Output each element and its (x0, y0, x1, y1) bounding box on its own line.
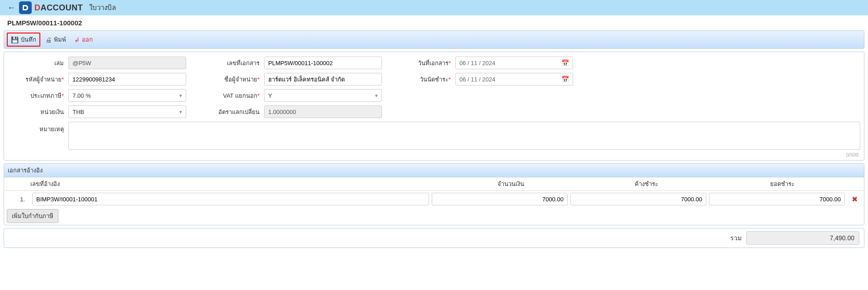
form-panel: เล่ม เลขที่เอกสาร วันที่เอกสาร* 06 / 11 … (4, 52, 864, 161)
total-value: 7,490.00 (746, 231, 859, 245)
reference-row: 1. ✖ (4, 191, 864, 207)
back-arrow[interactable]: ← (4, 3, 19, 13)
vat-sep-select[interactable]: Y (264, 89, 382, 102)
docdate-field[interactable]: 06 / 11 / 2024 📅 (455, 57, 573, 69)
due-field[interactable]: 06 / 11 / 2024 📅 (455, 73, 573, 86)
document-number: PLMP5W/00011-100002 (0, 15, 868, 30)
total-bar: รวม 7,490.00 (4, 228, 864, 248)
save-icon: 💾 (11, 36, 19, 43)
vat-sep-label: VAT แยกนอก* (208, 91, 262, 100)
reference-table-head: เลขที่อ้างอิง จำนวนเงิน ค้างชำระ ยอดชำระ (4, 177, 864, 191)
amount-field[interactable] (432, 193, 568, 205)
print-label: พิมพ์ (54, 35, 66, 44)
due-label: วันนัดชำระ* (404, 75, 453, 84)
calendar-icon[interactable]: 📅 (561, 76, 569, 83)
page-title: ใบวางบิล (89, 2, 116, 13)
exit-label: ออก (82, 35, 93, 44)
logo (19, 1, 32, 14)
save-button[interactable]: 💾 บันทึก (7, 33, 40, 47)
row-index: 1. (7, 196, 29, 203)
col-amount: จำนวนเงิน (443, 179, 579, 189)
total-label: รวม (730, 233, 742, 243)
vendor-code-label: รหัสผู้จำหน่าย* (8, 75, 67, 84)
docdate-value: 06 / 11 / 2024 (459, 60, 496, 67)
refno-field[interactable] (32, 193, 429, 205)
remark-label: หมายเหตุ (8, 122, 67, 158)
delete-row-button[interactable]: ✖ (848, 195, 861, 204)
tax-type-label: ประเภทภาษี* (8, 91, 67, 100)
vendor-code-field[interactable] (68, 73, 186, 86)
exrate-label: อัตราแลกเปลี่ยน (208, 107, 262, 117)
print-button[interactable]: 🖨 พิมพ์ (42, 33, 69, 46)
exrate-field (264, 105, 382, 118)
remark-field[interactable] (68, 122, 860, 150)
outstanding-field[interactable] (570, 193, 706, 205)
print-icon: 🖨 (45, 36, 52, 43)
docno-label: เลขที่เอกสาร (208, 58, 262, 68)
char-count: 0/500 (68, 151, 860, 158)
docdate-label: วันที่เอกสาร* (404, 58, 453, 68)
vendor-name-label: ชื่อผู้จำหน่าย* (208, 75, 262, 84)
col-outstanding: ค้างชำระ (579, 179, 714, 189)
reference-header: เอกสารอ้างอิง (4, 164, 864, 177)
save-label: บันทึก (21, 35, 36, 44)
col-refno: เลขที่อ้างอิง (27, 179, 443, 189)
reference-section: เอกสารอ้างอิง เลขที่อ้างอิง จำนวนเงิน ค้… (4, 163, 864, 225)
docno-field[interactable] (264, 57, 382, 69)
due-value: 06 / 11 / 2024 (459, 76, 496, 83)
tax-type-select[interactable]: 7.00 % (68, 89, 186, 102)
exit-button[interactable]: ↲ ออก (71, 33, 96, 46)
col-pay: ยอดชำระ (714, 179, 850, 189)
toolbar: 💾 บันทึก 🖨 พิมพ์ ↲ ออก (4, 30, 864, 49)
currency-label: หน่วยเงิน (8, 107, 67, 117)
vendor-name-field[interactable] (264, 73, 382, 86)
add-invoice-button[interactable]: เพิ่มใบกำกับภาษี (7, 209, 58, 223)
calendar-icon[interactable]: 📅 (561, 59, 569, 67)
book-label: เล่ม (8, 58, 67, 68)
book-field (68, 57, 186, 69)
currency-select[interactable]: THB (68, 105, 186, 118)
exit-icon: ↲ (74, 36, 80, 43)
pay-field[interactable] (709, 193, 845, 205)
brand: DACCOUNT (34, 3, 83, 13)
topbar: ← DACCOUNT ใบวางบิล (0, 0, 868, 15)
